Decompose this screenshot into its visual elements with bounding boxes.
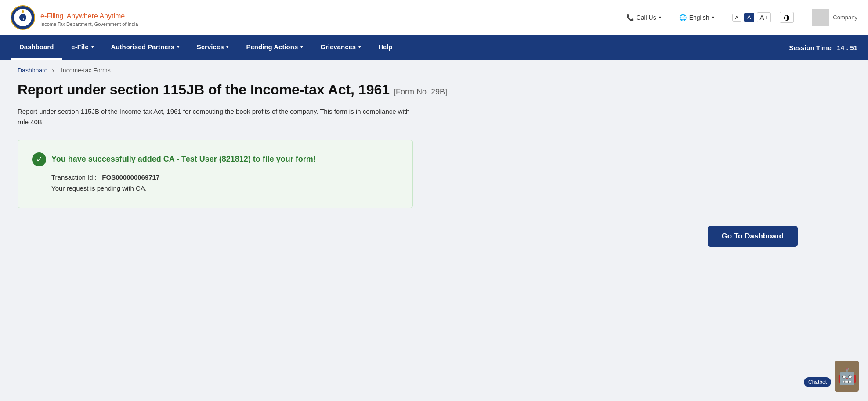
services-chevron-icon: ▾ (226, 44, 228, 49)
pending-chevron-icon: ▾ (300, 44, 303, 49)
language-selector[interactable]: 🌐 English ▾ (679, 14, 714, 21)
chatbot-label: Chatbot (804, 377, 831, 387)
nav-authorised-partners[interactable]: Authorised Partners ▾ (102, 35, 188, 60)
user-profile: Company (812, 9, 857, 26)
call-chevron-icon: ▾ (659, 15, 661, 20)
success-icon: ✓ (32, 152, 46, 166)
efile-chevron-icon: ▾ (91, 44, 94, 49)
phone-icon: 📞 (626, 14, 634, 21)
user-label: Company (833, 14, 857, 21)
font-medium-button[interactable]: A (744, 13, 754, 22)
font-small-button[interactable]: A (732, 14, 741, 22)
nav-grievances-label: Grievances (320, 43, 356, 51)
navbar: Dashboard e-File ▾ Authorised Partners ▾… (0, 35, 868, 60)
lang-chevron-icon: ▾ (712, 15, 714, 20)
grievances-chevron-icon: ▾ (358, 44, 361, 49)
nav-help-label: Help (378, 43, 393, 51)
transaction-id: FOS000000069717 (102, 173, 159, 181)
page-title-text: Report under section 115JB of the Income… (18, 82, 390, 98)
nav-pending-label: Pending Actions (246, 43, 298, 51)
logo-text: e-Filing Anywhere Anytime Income Tax Dep… (40, 8, 138, 27)
session-info: Session Time 14 : 51 (789, 44, 857, 51)
breadcrumb-home[interactable]: Dashboard (18, 67, 48, 74)
session-label: Session Time (789, 44, 831, 51)
logo-tagline: Anywhere Anytime (67, 12, 125, 20)
nav-efile-label: e-File (71, 43, 88, 51)
nav-services-label: Services (197, 43, 224, 51)
auth-chevron-icon: ▾ (177, 44, 179, 49)
nav-pending-actions[interactable]: Pending Actions ▾ (237, 35, 311, 60)
header-divider-3 (803, 11, 803, 25)
svg-point-4 (22, 10, 24, 13)
call-us-label: Call Us (637, 14, 656, 21)
font-large-button[interactable]: A+ (757, 12, 771, 22)
nav-services[interactable]: Services ▾ (188, 35, 238, 60)
breadcrumb: Dashboard › Income-tax Forms (0, 60, 868, 81)
svg-text:IT: IT (21, 17, 24, 21)
pending-note: Your request is pending with CA. (32, 184, 398, 192)
logo-subtitle: Income Tax Department, Government of Ind… (40, 22, 138, 27)
avatar (812, 9, 829, 26)
header-divider-2 (723, 11, 723, 25)
logo-section: IT e-Filing Anywhere Anytime Income Tax … (11, 5, 138, 30)
transaction-label: Transaction Id : (51, 173, 97, 181)
page-title: Report under section 115JB of the Income… (18, 81, 850, 99)
success-header: ✓ You have successfully added CA - Test … (32, 152, 398, 166)
header-divider-1 (670, 11, 670, 25)
main-content: Report under section 115JB of the Income… (0, 81, 868, 264)
transaction-detail: Transaction Id : FOS000000069717 (32, 173, 398, 181)
session-value: 14 : 51 (837, 44, 857, 51)
emblem-icon: IT (11, 5, 35, 30)
language-label: English (689, 14, 709, 21)
header-right: 📞 Call Us ▾ 🌐 English ▾ A A A+ ◑ Company (626, 9, 857, 26)
nav-dashboard[interactable]: Dashboard (11, 35, 62, 60)
nav-grievances[interactable]: Grievances ▾ (311, 35, 369, 60)
page-description: Report under section 115JB of the Income… (18, 106, 413, 127)
globe-icon: 🌐 (679, 14, 687, 21)
breadcrumb-separator: › (52, 67, 54, 74)
font-controls: A A A+ (732, 12, 771, 22)
nav-items: Dashboard e-File ▾ Authorised Partners ▾… (11, 35, 789, 60)
nav-help[interactable]: Help (369, 35, 401, 60)
breadcrumb-current: Income-tax Forms (61, 67, 111, 74)
logo-main: e-Filing Anywhere Anytime (40, 8, 138, 22)
nav-auth-label: Authorised Partners (111, 43, 174, 51)
go-to-dashboard-button[interactable]: Go To Dashboard (708, 226, 798, 247)
call-us-button[interactable]: 📞 Call Us ▾ (626, 14, 661, 21)
success-card: ✓ You have successfully added CA - Test … (18, 140, 413, 208)
success-message: You have successfully added CA - Test Us… (51, 155, 316, 164)
contrast-button[interactable]: ◑ (780, 12, 794, 23)
chatbot-avatar[interactable]: 🤖 (835, 361, 859, 392)
form-tag: [Form No. 29B] (394, 87, 447, 96)
header: IT e-Filing Anywhere Anytime Income Tax … (0, 0, 868, 35)
chatbot-widget: Chatbot 🤖 (804, 361, 859, 392)
nav-efile[interactable]: e-File ▾ (62, 35, 102, 60)
logo-efiling: e-Filing (40, 12, 63, 20)
nav-dashboard-label: Dashboard (19, 43, 54, 51)
